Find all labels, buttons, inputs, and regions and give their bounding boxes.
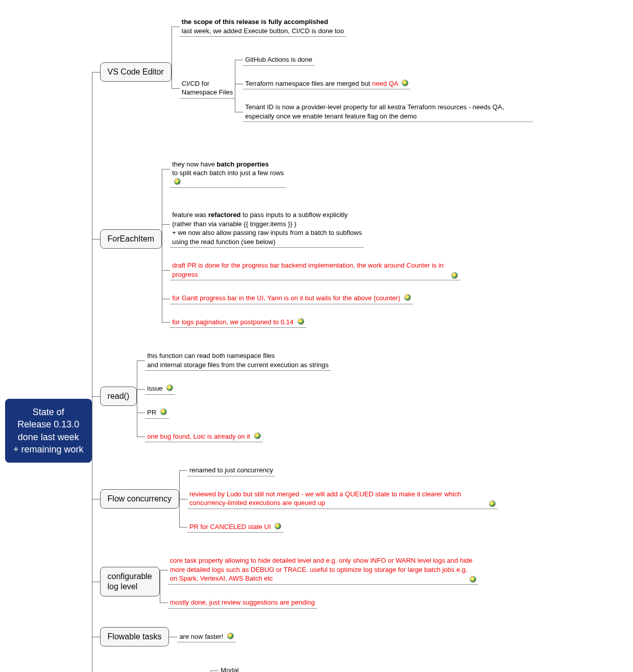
foreach-draft-pr: draft PR is done for the progress bar ba… <box>170 260 460 280</box>
foreach-gantt: for Gantt progress bar in the UI, Yann i… <box>170 293 412 304</box>
branch-read: read() this function can read both names… <box>100 344 533 448</box>
branch-plugins: new plugins & integrations Modal Datafor… <box>100 659 533 672</box>
read-desc: this function can read both namespace fi… <box>145 350 331 371</box>
link-icon[interactable] <box>402 80 408 86</box>
vscode-note-scope: the scope of this release is fully accom… <box>180 16 346 37</box>
mindmap-diagram: State of Release 0.13.0 done last week +… <box>5 5 628 672</box>
link-icon[interactable] <box>298 318 304 325</box>
foreach-logs-pagination: for logs pagination, we postponed to 0.1… <box>170 317 306 328</box>
link-icon[interactable] <box>489 500 496 507</box>
loglevel-status: mostly done, just review suggestions are… <box>168 597 317 609</box>
branch-flowable: Flowable tasks are now faster! <box>100 625 533 649</box>
topic-foreach: ForEachItem <box>100 229 162 249</box>
loglevel-desc: core task property allowing to hide deta… <box>168 555 478 585</box>
topic-flowconc: Flow concurrency <box>100 489 179 509</box>
branch-flowconc: Flow concurrency renamed to just concurr… <box>100 459 533 539</box>
branch-loglevel: configurable log level core task propert… <box>100 549 533 614</box>
link-icon[interactable] <box>174 178 181 185</box>
link-icon[interactable] <box>404 294 411 301</box>
flowconc-queued: reviewed by Ludo but still not merged - … <box>187 489 498 509</box>
topic-read: read() <box>100 387 137 406</box>
cicd-terraform: Terraform namespace files are merged but… <box>243 78 410 90</box>
link-icon[interactable] <box>275 523 281 530</box>
flowable-faster: are now faster! <box>177 631 236 643</box>
foreach-refactored: feature was refactored to pass inputs to… <box>170 200 364 248</box>
vscode-cicd-label: CI/CD for Namespace Files <box>180 78 235 99</box>
link-icon[interactable] <box>254 433 261 439</box>
foreach-batch-props: they now have batch properties to split … <box>170 150 286 188</box>
read-bug: one bug found, Loic is already on it <box>145 431 262 443</box>
link-icon[interactable] <box>451 272 458 279</box>
topic-loglevel: configurable log level <box>100 567 160 596</box>
link-icon[interactable] <box>227 633 234 639</box>
read-pr: PR <box>145 407 169 419</box>
plugin-modal: Modal <box>218 665 240 672</box>
root-children: VS Code Editor the scope of this release… <box>100 5 533 672</box>
flowconc-canceled: PR for CANCELED state UI <box>187 521 283 533</box>
branch-foreach: ForEachItem they now have batch properti… <box>100 143 533 334</box>
topic-vscode: VS Code Editor <box>100 62 172 82</box>
branch-vscode: VS Code Editor the scope of this release… <box>100 10 533 133</box>
cicd-tenant-id: Tenant ID is now a provider-level proper… <box>243 102 533 122</box>
flowconc-renamed: renamed to just concurrency <box>187 465 275 476</box>
link-icon[interactable] <box>470 576 476 583</box>
read-issue: issue <box>145 383 175 395</box>
link-icon[interactable] <box>166 385 173 391</box>
topic-flowable: Flowable tasks <box>100 627 169 646</box>
cicd-github: GitHub Actions is done <box>243 54 314 66</box>
root-node: State of Release 0.13.0 done last week +… <box>5 399 92 463</box>
link-icon[interactable] <box>160 409 167 415</box>
